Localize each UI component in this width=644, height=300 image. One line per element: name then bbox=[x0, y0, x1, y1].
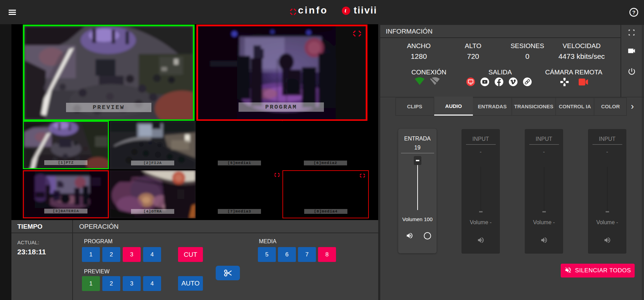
svg-text:?: ? bbox=[632, 9, 635, 15]
